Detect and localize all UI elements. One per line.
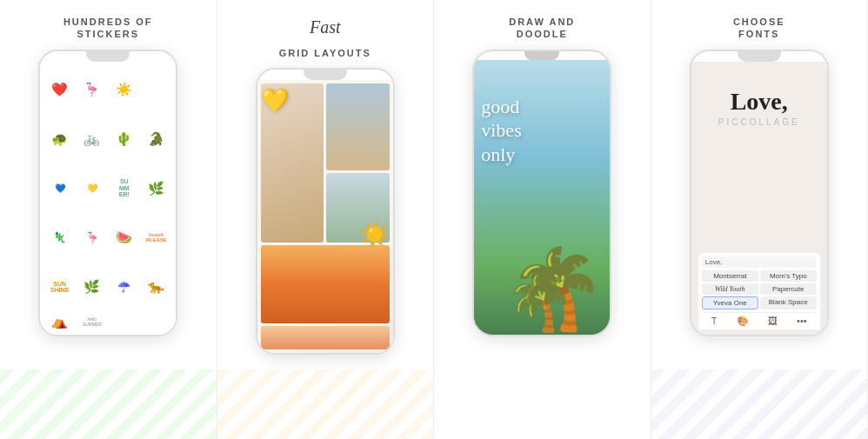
palm-tree-left: 🌴 <box>504 269 575 335</box>
sticker-summer: SUMMER! <box>110 165 138 211</box>
sticker-cactus: 🌵 <box>110 116 138 162</box>
phone-mockup-stickers: ❤️ 🦩 ☀️ 🐢 🚲 🌵 🐊 💙 💛 SUMMER! 🌿 🦎 🦩 <box>38 50 177 336</box>
color-tool-icon[interactable]: 🎨 <box>737 316 749 327</box>
doodle-overlay-text: goodvibesonly <box>481 95 521 167</box>
sticker-sunshine: SUNSHINE <box>45 264 74 310</box>
sticker-hello: helloSUMMER <box>77 314 106 329</box>
sticker-flamingo2: 🦩 <box>77 215 106 261</box>
phone-notch-doodle <box>524 51 559 60</box>
sun-sticker: ☀️ <box>359 220 390 249</box>
sticker-watermelon: 🍉 <box>110 215 138 261</box>
image-tool-icon[interactable]: 🖼 <box>768 316 778 327</box>
panel-title-stickers: HUNDREDS OF STICKERS <box>63 16 153 41</box>
love-text: Love, <box>731 88 788 116</box>
grid-title-script: Fast <box>279 16 371 38</box>
sticker-flamingo: 🦩 <box>77 67 106 113</box>
stripe-decoration2 <box>217 369 434 439</box>
doodle-content: 🌴 🌴 goodvibesonly <box>474 60 610 335</box>
stickers-panel: HUNDREDS OF STICKERS ❤️ 🦩 ☀️ 🐢 🚲 🌵 🐊 <box>0 0 217 439</box>
phone-frame-doodle: 🌴 🌴 goodvibesonly <box>472 50 611 336</box>
phone-frame-fonts: Love, PICCOLLAGE Love, Montserrat Mom's … <box>690 50 829 336</box>
text-tool-icon[interactable]: T <box>711 316 718 327</box>
doodle-panel: DRAW AND DOODLE 🌴 🌴 goodvibesonly <box>434 0 651 439</box>
fonts-content: Love, PICCOLLAGE Love, Montserrat Mom's … <box>691 62 827 335</box>
font-yveva-one[interactable]: Yveva One <box>702 296 758 309</box>
phone-frame: ❤️ 🦩 ☀️ 🐢 🚲 🌵 🐊 💙 💛 SUMMER! 🌿 🦎 🦩 <box>38 50 177 336</box>
phone-notch-grid <box>304 70 347 80</box>
phone-screen-fonts: Love, PICCOLLAGE Love, Montserrat Mom's … <box>691 62 827 335</box>
grid-content: 💛 ☀️ <box>257 80 393 353</box>
panel-title-grid: Fast GRID LAYOUTS <box>279 16 371 59</box>
fonts-panel: CHOOSE FONTS Love, PICCOLLAGE Love, Mont… <box>651 0 869 439</box>
font-moms-typo[interactable]: Mom's Typo <box>760 270 817 282</box>
sticker-heart: ❤️ <box>45 67 74 113</box>
piccollage-brand: PICCOLLAGE <box>718 117 800 127</box>
panel-title-doodle: DRAW AND DOODLE <box>509 16 575 41</box>
photo-beach <box>326 83 390 170</box>
font-toolbar: T 🎨 🖼 ••• <box>702 312 817 329</box>
sticker-beach: beachPLEASE <box>142 215 170 261</box>
phone-mockup-fonts: Love, PICCOLLAGE Love, Montserrat Mom's … <box>690 50 829 336</box>
phone-notch <box>86 51 130 62</box>
sticker-dino: 🦎 <box>45 215 74 261</box>
panel-title-fonts: CHOOSE FONTS <box>733 16 785 41</box>
stickers-content: ❤️ 🦩 ☀️ 🐢 🚲 🌵 🐊 💙 💛 SUMMER! 🌿 🦎 🦩 <box>40 62 176 335</box>
phone-frame-grid: 💛 ☀️ <box>256 68 395 355</box>
phone-screen-grid: 💛 ☀️ <box>257 80 393 353</box>
sticker-sun: ☀️ <box>110 67 138 113</box>
sticker-empty <box>142 67 170 113</box>
sticker-plant: 🌿 <box>77 264 106 310</box>
sticker-heart3: 💛 <box>77 165 106 211</box>
photo-festival <box>261 326 390 349</box>
more-tool-icon[interactable]: ••• <box>797 316 807 327</box>
sticker-heart2: 💙 <box>45 165 74 211</box>
font-papercute[interactable]: Papercute <box>760 283 817 295</box>
font-montserrat[interactable]: Montserrat <box>702 270 758 282</box>
phone-mockup-doodle: 🌴 🌴 goodvibesonly <box>472 50 611 336</box>
sticker-leopard: 🐆 <box>142 264 170 310</box>
sticker-bike: 🚲 <box>77 116 106 162</box>
gold-heart-sticker: 💛 <box>261 87 289 301</box>
sticker-tipi: ⛺ <box>45 314 74 329</box>
sticker-leaf: 🌿 <box>142 165 170 211</box>
stripe-decoration <box>0 369 217 439</box>
sticker-teal: 🐊 <box>142 116 170 162</box>
phone-notch-fonts <box>738 51 781 62</box>
phone-screen-doodle: 🌴 🌴 goodvibesonly <box>474 60 610 335</box>
font-wild-youth[interactable]: Wild Youth <box>702 283 758 295</box>
font-blank-space[interactable]: Blank Space <box>760 296 817 309</box>
font-input[interactable]: Love, <box>702 256 817 268</box>
grid-panel: Fast GRID LAYOUTS 💛 ☀️ <box>217 0 435 439</box>
phone-mockup-grid: 💛 ☀️ <box>256 68 395 355</box>
stripe-decoration4 <box>651 369 868 439</box>
phone-screen-stickers: ❤️ 🦩 ☀️ 🐢 🚲 🌵 🐊 💙 💛 SUMMER! 🌿 🦎 🦩 <box>40 62 176 335</box>
sticker-turtle: 🐢 <box>45 116 74 162</box>
sticker-grid: ❤️ 🦩 ☀️ 🐢 🚲 🌵 🐊 💙 💛 SUMMER! 🌿 🦎 🦩 <box>40 62 176 335</box>
font-grid: Montserrat Mom's Typo Wild Youth Papercu… <box>702 270 817 309</box>
font-picker[interactable]: Love, Montserrat Mom's Typo Wild Youth P… <box>698 253 820 329</box>
sticker-umbrella: ☂️ <box>110 264 138 310</box>
